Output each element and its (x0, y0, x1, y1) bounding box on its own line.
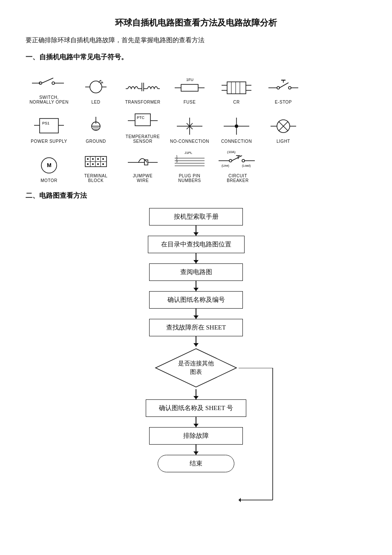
svg-point-37 (288, 87, 291, 89)
symbol-estop: E-STOP (260, 74, 307, 104)
symbol-connection: CONNECTION (213, 113, 260, 144)
flow-diamond: 是否连接其他图表 (153, 347, 239, 389)
motor-label: MOTOR (40, 178, 58, 183)
flow-step-3: 查阅电路图 (149, 263, 243, 281)
svg-point-74 (102, 158, 104, 160)
tempsensor-label: TEMPERATURESENSOR (126, 134, 160, 144)
svg-marker-104 (239, 498, 241, 502)
svg-point-72 (92, 158, 94, 160)
flow-arrow-8 (196, 445, 196, 455)
symbol-light: LIGHT (260, 113, 307, 144)
flow-arrow-7 (196, 417, 196, 427)
symbol-jumpwire: JUMPWEWIRE (119, 148, 166, 183)
symbol-transformer: TRANSFORMER (119, 74, 166, 104)
flow-step-4: 确认图纸名称及编号 (149, 291, 243, 309)
flow-arrow-6 (196, 389, 196, 399)
estop-label: E-STOP (275, 100, 292, 104)
svg-text:PTC: PTC (137, 116, 145, 120)
symbol-fuse: 1FU FUSE (166, 74, 213, 104)
svg-point-77 (97, 163, 99, 165)
cr-label: CR (233, 100, 239, 104)
noconnection-label: NO-CONNECTION (170, 139, 209, 144)
svg-text:J1PL: J1PL (184, 151, 193, 155)
svg-text:(10A): (10A) (227, 150, 236, 154)
light-label: LIGHT (277, 139, 290, 144)
svg-line-2 (42, 78, 53, 83)
flow-step-7: 确认图纸名称及 SHEET 号 (146, 399, 246, 417)
jumpwire-label: JUMPWEWIRE (133, 173, 153, 183)
symbols-row-2: PS1 POWER SUPPLY GROUND (26, 109, 366, 144)
svg-point-96 (242, 159, 245, 162)
symbol-ground: GROUND (72, 113, 119, 144)
svg-text:M: M (47, 162, 52, 168)
symbol-cr: CR (213, 74, 260, 104)
svg-rect-24 (227, 82, 246, 94)
svg-line-95 (232, 156, 242, 161)
flow-step-2: 在目录中查找电路图位置 (148, 236, 245, 253)
svg-line-34 (280, 83, 288, 88)
svg-point-33 (277, 87, 280, 89)
symbol-switch: SWITCH,NORMALLY OPEN (26, 69, 72, 104)
flow-arrow-4 (196, 309, 196, 319)
symbol-circuitbreaker: (10A) (Line) (Load) CIRCUITBREAKER (213, 148, 262, 183)
symbol-led: LED (72, 74, 119, 104)
symbol-noconnection: NO-CONNECTION (166, 113, 213, 144)
ground-label: GROUND (86, 139, 106, 144)
section1-title: 一、自插机电路中常见电子符号。 (26, 53, 366, 62)
circuitbreaker-label: CIRCUITBREAKER (227, 173, 248, 183)
connection-label: CONNECTION (221, 139, 252, 144)
svg-point-76 (92, 163, 94, 165)
page-title: 环球自插机电路图查看方法及电路故障分析 (26, 17, 366, 29)
symbols-row-3: M MOTOR (26, 148, 366, 183)
symbol-motor: M MOTOR (26, 153, 72, 183)
flow-step-8: 排除故障 (149, 427, 243, 445)
svg-point-58 (235, 124, 238, 128)
plugpin-label: PLUG PINNUMBERS (178, 173, 201, 183)
svg-text:(Load): (Load) (242, 164, 251, 168)
flow-step-1: 按机型索取手册 (149, 208, 243, 225)
svg-point-5 (90, 81, 102, 93)
svg-text:PS1: PS1 (42, 121, 49, 125)
switch-label: SWITCH,NORMALLY OPEN (29, 95, 69, 104)
section2-title: 二、电路图查看方法 (26, 191, 366, 200)
subtitle-text: 要正确排除环球自插机电路故障，首先是掌握电路图的查看方法 (26, 36, 366, 44)
svg-point-94 (229, 159, 232, 162)
powersupply-label: POWER SUPPLY (31, 139, 67, 144)
svg-rect-80 (144, 160, 148, 165)
symbol-terminalblock: TERMINALBLOCK (72, 148, 119, 183)
flow-arrow-5 (196, 336, 196, 347)
flow-arrow-1 (196, 225, 196, 236)
flow-step-5: 查找故障所在 SHEET (149, 319, 243, 336)
symbols-row-1: SWITCH,NORMALLY OPEN LED (26, 69, 366, 104)
flowchart: 按机型索取手册 在目录中查找电路图位置 查阅电路图 确认图纸名称及编号 查找故障… (26, 208, 366, 472)
svg-text:(Line): (Line) (222, 164, 229, 168)
diamond-text: 是否连接其他图表 (178, 359, 214, 376)
flow-oval-end: 结束 (158, 455, 234, 472)
symbol-plugpin: J1PL 1 2 3 PLUG PINNUMBERS (166, 148, 213, 183)
svg-point-73 (97, 158, 99, 160)
symbol-powersupply: PS1 POWER SUPPLY (26, 113, 72, 144)
terminalblock-label: TERMINALBLOCK (84, 173, 108, 183)
led-label: LED (92, 100, 101, 104)
flow-arrow-3 (196, 281, 196, 291)
symbol-tempsensor: PTC TEMPERATURESENSOR (119, 109, 166, 144)
svg-point-71 (87, 158, 89, 160)
svg-point-75 (87, 163, 89, 165)
fuse-label: FUSE (184, 100, 196, 104)
svg-text:3: 3 (176, 160, 178, 163)
svg-text:1FU: 1FU (186, 78, 193, 82)
flow-arrow-2 (196, 253, 196, 263)
symbols-grid: SWITCH,NORMALLY OPEN LED (26, 69, 366, 183)
svg-rect-22 (181, 84, 198, 91)
svg-point-78 (102, 163, 104, 165)
svg-point-3 (52, 82, 55, 84)
transformer-label: TRANSFORMER (125, 100, 161, 104)
